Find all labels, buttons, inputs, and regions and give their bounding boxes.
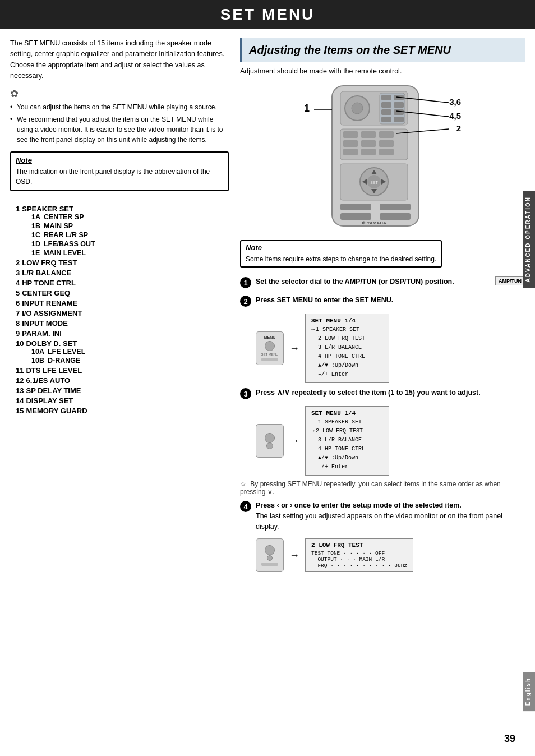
step-2-text: Press SET MENU to enter the SET MENU. — [256, 295, 525, 306]
menu-item-12: 126.1/ES AUTO — [16, 376, 229, 385]
english-tab: English — [523, 672, 535, 711]
step-1-number: 1 — [240, 277, 251, 288]
menu-item-15: 15MEMORY GUARD — [16, 407, 229, 415]
menu-item-6: 6INPUT RENAME — [16, 299, 229, 307]
step-3-number: 3 — [240, 388, 251, 399]
advanced-operation-tab: ADVANCED OPERATION — [523, 191, 535, 288]
menu-item-8: 8INPUT MODE — [16, 319, 229, 328]
remote-mini-3 — [256, 424, 284, 458]
menu-item-14: 14DISPLAY SET — [16, 397, 229, 405]
arrow-3: → — [289, 435, 299, 447]
intro-text: The SET MENU consists of 15 items includ… — [10, 38, 229, 82]
label-lines — [304, 83, 461, 234]
menu-item-10: 10DOLBY D. SET 10ALFE LEVEL 10BD-RANGE — [16, 339, 229, 365]
tip-icon: ✿ — [10, 87, 229, 100]
display-box-2: SET MENU 1/4 1 SPEAKER SET 2 LOW FRQ TES… — [305, 314, 389, 383]
menu-item-7: 7I/O ASSIGNMENT — [16, 309, 229, 317]
page-number: 39 — [504, 733, 515, 745]
steps-area: 1 Set the selector dial to the AMP/TUN (… — [240, 276, 525, 572]
right-note-label: Note — [246, 243, 436, 252]
step-4-illus: → 2 LOW FRQ TEST TEST TONE · · · · · OFF… — [256, 538, 525, 572]
tip-list: You can adjust the items on the SET MENU… — [10, 102, 229, 145]
svg-line-37 — [396, 97, 449, 103]
svg-line-38 — [396, 111, 449, 117]
step-3-text: Press ∧/∨ repeatedly to select the item … — [256, 388, 525, 398]
step-2-number: 2 — [240, 296, 251, 307]
sub-item-1e: 1EMAIN LEVEL — [31, 249, 229, 257]
display-box-lowfrq: 2 LOW FRQ TEST TEST TONE · · · · · OFF O… — [305, 538, 413, 572]
right-column: Adjusting the Items on the SET MENU Adju… — [240, 38, 525, 577]
sub-item-1a: 1ACENTER SP — [31, 213, 229, 221]
step-3: 3 Press ∧/∨ repeatedly to select the ite… — [240, 388, 525, 399]
step-4-number: 4 — [240, 501, 251, 512]
note-box: Note The indication on the front panel d… — [10, 151, 229, 191]
menu-item-1: 1SPEAKER SET 1ACENTER SP 1BMAIN SP 1CREA… — [16, 205, 229, 257]
menu-item-4: 4HP TONE CTRL — [16, 279, 229, 287]
sub-item-1d: 1DLFE/BASS OUT — [31, 240, 229, 248]
svg-line-39 — [396, 129, 449, 133]
remote-mini-2: MENU SET MENU — [256, 331, 284, 365]
remote-illustration: SET ⊛ YAMAHA 1 3,6 4,5 2 — [240, 83, 525, 234]
section-title: Adjusting the Items on the SET MENU — [240, 38, 525, 62]
remote-mini-4 — [256, 538, 284, 572]
adj-subtitle: Adjustment should be made with the remot… — [240, 67, 525, 75]
sub-item-10b: 10BD-RANGE — [31, 357, 229, 365]
step-1-text: Set the selector dial to the AMP/TUN (or… — [256, 276, 491, 287]
display-box-3: SET MENU 1/4 1 SPEAKER SET 2 LOW FRQ TES… — [305, 406, 389, 476]
menu-list: 1SPEAKER SET 1ACENTER SP 1BMAIN SP 1CREA… — [10, 205, 229, 415]
step-4: 4 Press ‹ or › once to enter the setup m… — [240, 500, 525, 532]
sub-item-10a: 10ALFE LEVEL — [31, 348, 229, 356]
menu-item-9: 9PARAM. INI — [16, 329, 229, 338]
step-2: 2 Press SET MENU to enter the SET MENU. — [240, 295, 525, 307]
tip-item-2: We recommend that you adjust the items o… — [10, 114, 229, 145]
page-title: SET MENU — [0, 0, 535, 29]
step-1: 1 Set the selector dial to the AMP/TUN (… — [240, 276, 525, 288]
left-column: The SET MENU consists of 15 items includ… — [10, 38, 229, 577]
menu-item-13: 13SP DELAY TIME — [16, 386, 229, 395]
sub-item-1c: 1CREAR L/R SP — [31, 231, 229, 239]
step-4-text: Press ‹ or › once to enter the setup mod… — [256, 500, 525, 532]
menu-item-2: 2LOW FRQ TEST — [16, 259, 229, 267]
arrow-2: → — [289, 343, 299, 354]
arrow-4: → — [289, 550, 299, 561]
menu-item-11: 11DTS LFE LEVEL — [16, 366, 229, 375]
step-3-tip: By pressing SET MENU repeatedly, you can… — [240, 480, 525, 496]
right-note-text: Some items require extra steps to change… — [246, 254, 436, 264]
right-note-box: Note Some items require extra steps to c… — [240, 240, 442, 268]
step-3-illus: → SET MENU 1/4 1 SPEAKER SET 2 LOW FRQ T… — [256, 406, 525, 476]
note-text: The indication on the front panel displa… — [16, 167, 223, 187]
tip-item-1: You can adjust the items on the SET MENU… — [10, 102, 229, 112]
menu-item-3: 3L/R BALANCE — [16, 269, 229, 277]
amp-tun-badge: AMP/TUN — [495, 276, 525, 285]
note-label: Note — [16, 156, 223, 164]
step-2-illus: MENU SET MENU → SET MENU 1/4 1 SPEAKER S… — [256, 314, 525, 383]
menu-item-5: 5CENTER GEQ — [16, 289, 229, 297]
sub-item-1b: 1BMAIN SP — [31, 222, 229, 230]
